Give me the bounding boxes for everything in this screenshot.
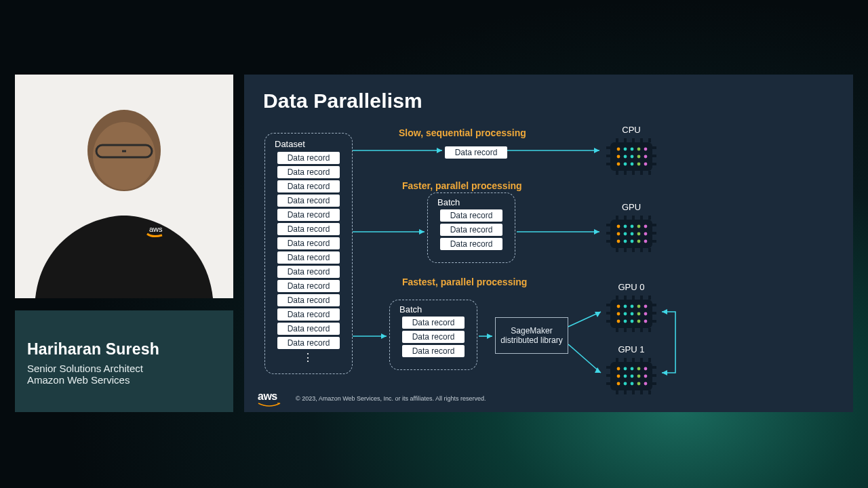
svg-point-115 — [631, 320, 634, 323]
svg-rect-129 — [606, 366, 610, 369]
svg-marker-9 — [594, 148, 599, 153]
svg-point-140 — [617, 375, 620, 378]
svg-point-40 — [624, 148, 627, 151]
svg-rect-63 — [640, 248, 643, 252]
svg-rect-70 — [652, 240, 656, 243]
aws-logo-text: aws — [258, 390, 277, 402]
svg-marker-21 — [662, 370, 667, 375]
svg-point-50 — [624, 163, 627, 166]
svg-rect-101 — [652, 312, 656, 314]
svg-point-136 — [624, 367, 627, 371]
svg-marker-13 — [594, 229, 599, 235]
svg-point-106 — [637, 305, 641, 308]
svg-point-109 — [624, 312, 627, 316]
data-record: Data record — [277, 251, 340, 264]
svg-rect-28 — [616, 171, 618, 175]
svg-rect-91 — [648, 296, 651, 300]
presenter-org: Amazon Web Services — [27, 374, 221, 386]
svg-rect-102 — [652, 320, 656, 323]
svg-point-105 — [631, 305, 634, 308]
svg-rect-122 — [640, 358, 643, 362]
aws-logo: aws — [258, 390, 281, 407]
svg-rect-62 — [632, 248, 635, 252]
svg-point-108 — [617, 312, 620, 316]
svg-rect-131 — [606, 382, 610, 385]
chip-gpu: GPU — [602, 214, 660, 253]
chip-cpu: CPU — [602, 137, 660, 176]
svg-point-116 — [637, 320, 641, 323]
svg-rect-36 — [652, 146, 656, 149]
batch-box-1: Batch Data recordData recordData record — [427, 192, 515, 263]
presenter-namecard: Hariharan Suresh Senior Solutions Archit… — [15, 310, 233, 412]
batch-box-2: Batch Data recordData recordData record — [389, 300, 477, 370]
data-record: Data record — [277, 237, 340, 249]
chip-label: CPU — [602, 125, 660, 135]
svg-rect-128 — [648, 390, 651, 394]
data-record: Data record — [277, 180, 340, 192]
svg-rect-100 — [652, 304, 656, 306]
svg-rect-88 — [624, 296, 627, 300]
copyright-text: © 2023, Amazon Web Services, Inc. or its… — [296, 395, 486, 402]
svg-rect-35 — [606, 163, 610, 165]
svg-point-2 — [93, 122, 155, 190]
svg-rect-89 — [632, 296, 635, 300]
svg-point-72 — [624, 225, 627, 228]
data-record: Data record — [277, 323, 340, 335]
cpu-icon — [602, 137, 660, 176]
svg-point-148 — [637, 382, 641, 386]
data-record: Data record — [277, 337, 340, 349]
svg-rect-92 — [616, 328, 618, 332]
svg-point-135 — [617, 367, 620, 371]
svg-point-145 — [617, 382, 620, 386]
svg-rect-61 — [624, 248, 627, 252]
svg-point-137 — [631, 367, 634, 371]
svg-rect-127 — [640, 390, 643, 394]
svg-rect-95 — [640, 328, 643, 332]
svg-point-79 — [637, 232, 641, 236]
data-record: Data record — [277, 223, 340, 235]
chip-gpu0: GPU 0 — [602, 294, 660, 333]
svg-point-41 — [631, 148, 634, 151]
svg-point-82 — [624, 240, 627, 243]
svg-rect-94 — [632, 328, 635, 332]
svg-rect-27 — [648, 138, 651, 142]
svg-rect-98 — [606, 312, 610, 314]
svg-point-104 — [624, 305, 627, 308]
chip-label: GPU 1 — [602, 344, 660, 354]
presenter-video: aws — [15, 75, 233, 298]
dataset-box: Dataset Data recordData recordData recor… — [264, 133, 353, 374]
presenter-placeholder-icon: aws — [15, 75, 233, 298]
svg-rect-64 — [648, 248, 651, 252]
svg-rect-119 — [616, 358, 618, 362]
data-record: Data record — [440, 224, 502, 236]
svg-point-73 — [631, 225, 634, 228]
svg-point-39 — [617, 148, 620, 151]
data-record: Data record — [402, 345, 465, 357]
svg-point-114 — [624, 320, 627, 323]
svg-rect-33 — [606, 146, 610, 149]
data-record: Data record — [277, 280, 340, 292]
batch-label: Batch — [399, 304, 471, 314]
svg-rect-69 — [652, 232, 656, 235]
svg-point-112 — [644, 312, 648, 316]
svg-point-107 — [644, 305, 648, 308]
svg-rect-37 — [652, 155, 656, 157]
svg-point-47 — [637, 155, 641, 159]
ellipsis-icon: ⋮ — [271, 351, 347, 364]
svg-rect-125 — [624, 390, 627, 394]
single-record: Data record — [445, 144, 507, 161]
presenter-role: Senior Solutions Architect — [27, 363, 221, 374]
caption-fastest: Fastest, parallel processing — [402, 277, 527, 287]
svg-point-141 — [624, 375, 627, 378]
svg-point-46 — [631, 155, 634, 159]
svg-point-83 — [631, 240, 634, 243]
svg-rect-56 — [624, 216, 627, 220]
data-record: Data record — [402, 331, 465, 343]
svg-point-103 — [617, 305, 620, 308]
svg-point-81 — [617, 240, 620, 243]
svg-point-74 — [637, 225, 641, 228]
svg-rect-59 — [648, 216, 651, 220]
chip-label: GPU — [602, 202, 660, 212]
svg-point-51 — [631, 163, 634, 166]
svg-point-80 — [644, 232, 648, 236]
